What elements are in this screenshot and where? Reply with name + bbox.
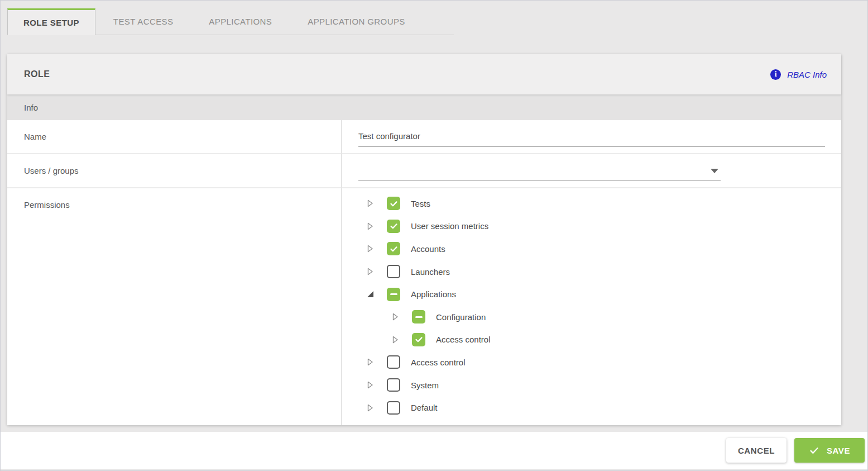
checkbox-system[interactable]	[387, 378, 400, 392]
expand-icon[interactable]	[366, 403, 374, 412]
expand-icon[interactable]	[366, 199, 374, 208]
rbac-info-label: RBAC Info	[787, 70, 827, 79]
checkbox-access-control[interactable]	[412, 333, 425, 346]
tree-item-label[interactable]: Launchers	[411, 267, 450, 277]
tree-item-launchers: Launchers	[366, 260, 841, 283]
users-groups-label: Users / groups	[7, 154, 341, 187]
expand-icon[interactable]	[366, 267, 374, 276]
tree-item-system: System	[366, 374, 841, 397]
tab-application-groups[interactable]: APPLICATION GROUPS	[290, 8, 423, 35]
expand-icon[interactable]	[366, 380, 374, 389]
page-title: ROLE	[24, 69, 50, 79]
expand-icon[interactable]	[391, 335, 399, 344]
tree-item-label[interactable]: Default	[411, 403, 438, 412]
info-icon: i	[770, 69, 781, 80]
expand-icon[interactable]	[366, 358, 374, 367]
tree-item-access-control: Access control	[366, 329, 841, 351]
tab-role-setup[interactable]: ROLE SETUP	[7, 8, 95, 35]
action-bar: CANCEL SAVE	[1, 432, 867, 469]
name-row: Name Test configurator	[7, 120, 841, 154]
tree-item-configuration: Configuration	[366, 306, 841, 329]
permissions-row: Permissions TestsUser session metricsAcc…	[7, 188, 841, 424]
checkbox-launchers[interactable]	[387, 265, 400, 278]
users-groups-row: Users / groups	[7, 154, 841, 188]
tab-applications[interactable]: APPLICATIONS	[191, 8, 290, 35]
tree-item-tests: Tests	[366, 192, 841, 215]
tree-item-label[interactable]: Access control	[411, 358, 466, 367]
tree-item-label[interactable]: Accounts	[411, 244, 445, 254]
tree-item-label[interactable]: Tests	[411, 199, 430, 208]
tree-item-user-session-metrics: User session metrics	[366, 215, 841, 238]
cancel-button[interactable]: CANCEL	[726, 438, 787, 463]
cancel-button-label: CANCEL	[738, 446, 775, 455]
name-input[interactable]: Test configurator	[358, 120, 825, 147]
name-label: Name	[7, 120, 341, 153]
checkbox-user-session-metrics[interactable]	[387, 220, 400, 233]
checkbox-accounts[interactable]	[387, 242, 400, 255]
checkbox-configuration[interactable]	[412, 310, 425, 323]
permissions-tree: TestsUser session metricsAccountsLaunche…	[341, 188, 841, 419]
expand-icon[interactable]	[366, 222, 374, 231]
checkbox-default[interactable]	[387, 401, 400, 415]
panel-header: ROLE i RBAC Info	[7, 54, 841, 94]
checkbox-tests[interactable]	[387, 197, 400, 210]
expand-icon[interactable]	[391, 312, 399, 321]
checkbox-applications[interactable]	[387, 288, 400, 301]
tree-item-access-control: Access control	[366, 351, 841, 374]
section-header-label: Info	[24, 103, 38, 112]
tab-test-access[interactable]: TEST ACCESS	[95, 8, 191, 35]
check-icon	[809, 445, 819, 456]
role-setup-screen: ROLE SETUP TEST ACCESS APPLICATIONS APPL…	[0, 0, 868, 471]
name-input-value: Test configurator	[358, 131, 420, 141]
users-groups-select[interactable]	[358, 154, 721, 181]
tree-item-label[interactable]: Applications	[411, 289, 456, 299]
tree-item-label[interactable]: User session metrics	[411, 221, 488, 231]
indeterminate-minus-icon	[415, 316, 423, 318]
section-header-info: Info	[7, 94, 841, 120]
tree-item-label[interactable]: Configuration	[436, 312, 486, 322]
save-button-label: SAVE	[827, 446, 850, 455]
tree-item-applications: Applications	[366, 283, 841, 306]
tab-bar: ROLE SETUP TEST ACCESS APPLICATIONS APPL…	[7, 8, 454, 35]
indeterminate-minus-icon	[390, 293, 397, 296]
expand-icon[interactable]	[366, 244, 374, 253]
tree-item-default: Default	[366, 396, 841, 419]
checkbox-access-control[interactable]	[387, 355, 400, 369]
tree-item-label[interactable]: System	[411, 380, 439, 390]
tab-strip-spacer	[423, 8, 454, 35]
chevron-down-icon	[711, 169, 718, 173]
form-rows: Name Test configurator Users / groups	[7, 120, 841, 425]
tree-item-accounts: Accounts	[366, 237, 841, 260]
tree-item-label[interactable]: Access control	[436, 335, 491, 344]
role-panel: ROLE i RBAC Info Info Name Test configur…	[7, 54, 841, 425]
rbac-info-link[interactable]: i RBAC Info	[770, 69, 827, 80]
save-button[interactable]: SAVE	[794, 438, 865, 463]
collapse-icon[interactable]	[366, 290, 374, 299]
permissions-label: Permissions	[7, 188, 341, 424]
